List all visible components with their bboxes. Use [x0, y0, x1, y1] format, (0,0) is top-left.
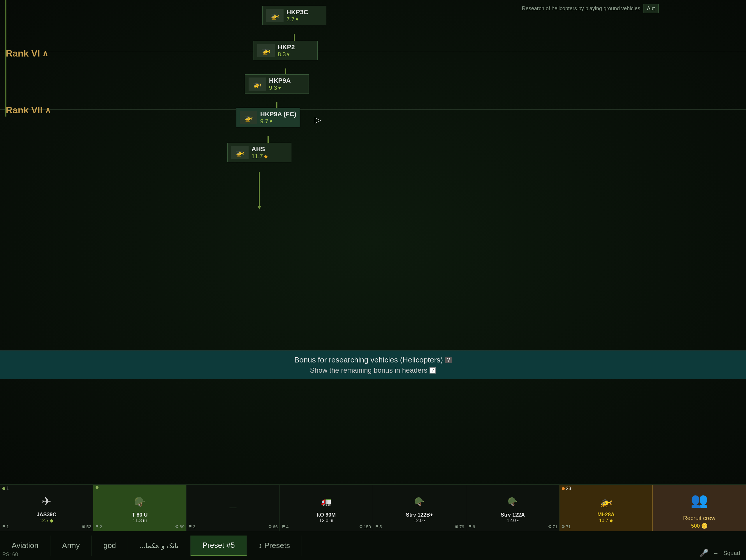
vehicle-br-hkp2: 8.3 ♥ — [278, 51, 314, 58]
slot-1-stats: ⚑ 1 ⚙ 52 — [2, 524, 91, 529]
slot-6-img: 🪖 — [468, 491, 557, 512]
vehicle-br-hkp3c: 7.7 ♥ — [286, 16, 323, 23]
slot-7-number: 23 — [562, 486, 571, 491]
vehicle-icon-ahs: 🚁 — [231, 146, 249, 159]
vehicle-slot-5[interactable]: 🪖 Strv 122B+ 12.0 ▪ ⚑ 5 ⚙ 79 — [373, 485, 466, 531]
slot-1-br: 12.7 ◆ — [2, 518, 91, 523]
slot-7-dot — [562, 487, 565, 490]
slot-2-br: 11.3 ш — [95, 518, 184, 523]
vehicle-name-hkp3c: HKP3C — [286, 8, 323, 16]
slot-3-stats: ⚑ 3 ⚙ 66 — [188, 524, 278, 529]
preset-tab-arabic[interactable]: تانک و هکما... — [128, 535, 191, 556]
slot-6-br: 12.0 ▪ — [468, 518, 557, 523]
question-badge[interactable]: ? — [445, 357, 452, 363]
vehicle-slots-bar: 1 ✈ JAS39C 12.7 ◆ ⚑ 1 ⚙ 52 🪖 T 80 U 11.3… — [0, 484, 746, 531]
slot-5-name: Strv 122B+ — [375, 512, 464, 518]
slot-2-number — [95, 486, 98, 489]
preset-tab-army[interactable]: Army — [50, 535, 92, 556]
mic-icon[interactable]: 🎤 — [699, 549, 709, 558]
slot-4-crew: ⚑ 4 — [282, 524, 288, 529]
vehicle-slot-2[interactable]: 🪖 T 80 U 11.3 ш ⚑ 2 ⚙ 89 — [93, 485, 186, 531]
preset-tabs: Aviation Army god تانک و هکما... Preset … — [0, 531, 746, 560]
slot-4-img: 🚛 — [282, 491, 371, 512]
bottom-right-controls: 🎤 – Squad — [699, 549, 740, 558]
vehicle-card-hkp9a-fc[interactable]: 🚁 HKP9A (FC) 9.7 ♥ — [236, 108, 300, 127]
slot-2-stats: ⚑ 2 ⚙ 89 — [95, 524, 184, 529]
preset-tab-preset5[interactable]: Preset #5 — [191, 535, 247, 556]
slot-7-name: Mi-28A — [561, 512, 651, 518]
vehicle-slot-4[interactable]: 🚛 ItO 90M 12.0 ш ⚑ 4 ⚙ 150 — [280, 485, 373, 531]
arrow-5: ▼ — [259, 172, 260, 207]
vehicle-br-hkp9a: 9.3 ♥ — [269, 85, 305, 91]
vehicle-slot-1[interactable]: 1 ✈ JAS39C 12.7 ◆ ⚑ 1 ⚙ 52 — [0, 485, 93, 531]
rank-vi-label: Rank VI ∧ — [6, 48, 48, 59]
rank-vii-line — [0, 109, 746, 110]
slot-6-stats: ⚑ 6 ⚙ 71 — [468, 524, 557, 529]
preset-tab-presets[interactable]: ↕ Presets — [247, 535, 302, 556]
rank-vi-line — [0, 51, 746, 51]
vehicle-card-hkp2[interactable]: 🚁 HKP2 8.3 ♥ — [254, 41, 318, 60]
slot-1-dot — [2, 487, 5, 490]
slot-5-img: 🪖 — [375, 491, 464, 512]
bonus-title: Bonus for researching vehicles (Helicopt… — [0, 355, 746, 364]
slot-4-stats: ⚑ 4 ⚙ 150 — [282, 524, 371, 529]
slot-7-repairs: ⚙ 71 — [561, 524, 571, 529]
vehicle-icon-hkp3c: 🚁 — [266, 9, 284, 22]
vehicle-name-hkp9a: HKP9A — [269, 77, 305, 85]
slot-1-name: JAS39C — [2, 512, 91, 518]
vehicle-icon-hkp9a: 🚁 — [249, 78, 266, 91]
slot-6-name: Strv 122A — [468, 512, 557, 518]
preset-tab-god[interactable]: god — [92, 535, 128, 556]
rank-vii-label: Rank VII ∧ — [6, 105, 51, 116]
recruit-label: Recruit crew — [683, 515, 715, 522]
slot-4-repairs: ⚙ 150 — [359, 524, 371, 529]
vehicle-slot-7[interactable]: 23 🚁 Mi-28A 10.7 ◆ ⚙ 71 — [560, 485, 653, 531]
vehicle-name-hkp2: HKP2 — [278, 43, 314, 51]
rank-vi-chevron: ∧ — [42, 49, 48, 58]
slot-1-number: 1 — [2, 486, 9, 491]
vehicle-icon-hkp2: 🚁 — [257, 44, 275, 57]
vehicle-card-hkp3c[interactable]: 🚁 HKP3C 7.7 ♥ — [262, 6, 326, 25]
squad-label: Squad — [723, 550, 740, 557]
slot-5-repairs: ⚙ 79 — [455, 524, 464, 529]
vehicle-slot-3[interactable]: — ⚑ 3 ⚙ 66 — [186, 485, 280, 531]
vehicle-name-ahs: AHS — [252, 145, 288, 153]
recruit-icon: 👥 — [691, 487, 708, 514]
cursor-indicator: ▷ — [315, 115, 321, 125]
vehicle-card-ahs[interactable]: 🚁 AHS 11.7 ◆ — [227, 143, 291, 162]
slot-5-stats: ⚑ 5 ⚙ 79 — [375, 524, 464, 529]
br-heart-hkp3c: ♥ — [296, 17, 299, 22]
vehicle-icon-hkp9a-fc: 🚁 — [240, 111, 257, 124]
research-tree: Rank VI ∧ Rank VII ∧ 🚁 HKP3C 7.7 ♥ ▼ 🚁 H… — [0, 0, 746, 484]
vehicle-slot-recruit[interactable]: 👥 Recruit crew 500 🪙 — [653, 485, 746, 531]
auto-button[interactable]: Aut — [643, 4, 659, 13]
bonus-subtitle: Show the remaining bonus in headers ✓ — [0, 366, 746, 375]
slot-5-br: 12.0 ▪ — [375, 518, 464, 523]
rank-vii-chevron: ∧ — [45, 106, 51, 115]
fps-counter: PS: 60 — [2, 552, 18, 558]
slot-6-repairs: ⚙ 71 — [548, 524, 557, 529]
slot-2-img: 🪖 — [95, 491, 184, 512]
vehicle-br-hkp9a-fc: 9.7 ♥ — [260, 118, 296, 125]
slot-3-repairs: ⚙ 66 — [268, 524, 278, 529]
slot-4-name: ItO 90M — [282, 512, 371, 518]
slot-2-crew: ⚑ 2 — [95, 524, 102, 529]
slot-4-br: 12.0 ш — [282, 518, 371, 523]
slot-7-stats: ⚙ 71 — [561, 524, 651, 529]
slot-2-repairs: ⚙ 89 — [175, 524, 184, 529]
slot-2-dot — [95, 486, 98, 489]
vehicle-card-hkp9a[interactable]: 🚁 HKP9A 9.3 ♥ — [245, 74, 309, 94]
vehicle-name-hkp9a-fc: HKP9A (FC) — [260, 111, 296, 118]
slot-5-crew: ⚑ 5 — [375, 524, 382, 529]
bottom-toolbar: 🛡 🔥 % ⬡ Research ❮❯ ⛨ 🇺🇸 USA ⛨ 🇩🇪 German… — [0, 484, 746, 560]
slot-2-name: T 80 U — [95, 512, 184, 518]
vehicle-slot-6[interactable]: 🪖 Strv 122A 12.0 ▪ ⚑ 6 ⚙ 71 — [466, 485, 560, 531]
recruit-cost: 500 🪙 — [691, 523, 707, 529]
slot-6-crew: ⚑ 6 — [468, 524, 475, 529]
dash-label: – — [714, 550, 717, 557]
slot-7-br: 10.7 ◆ — [561, 518, 651, 523]
slot-1-img: ✈ — [2, 491, 91, 512]
slot-1-crew: ⚑ 1 — [2, 524, 9, 529]
slot-7-img: 🚁 — [561, 491, 651, 512]
bonus-checkbox[interactable]: ✓ — [430, 367, 436, 374]
